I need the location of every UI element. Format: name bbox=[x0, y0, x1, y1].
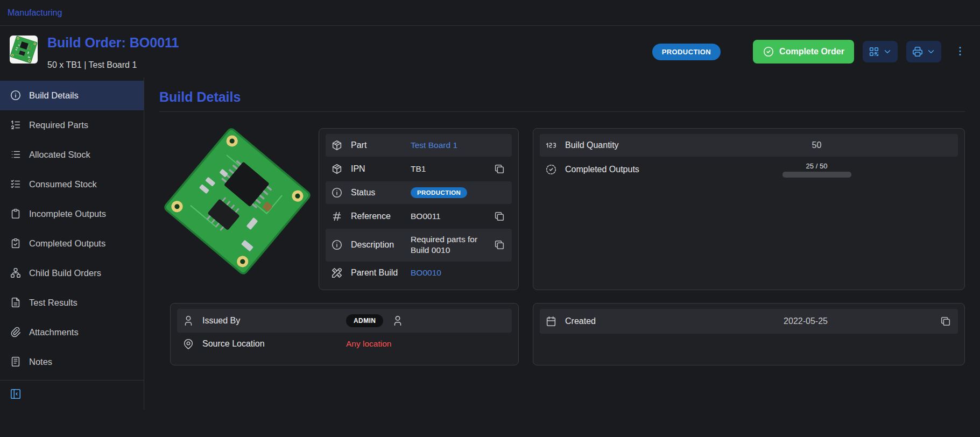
sidebar-item-incomplete-outputs[interactable]: Incomplete Outputs bbox=[0, 199, 144, 229]
row-label: Description bbox=[351, 240, 403, 250]
row-label: Created bbox=[565, 316, 673, 326]
row-label: Build Quantity bbox=[565, 140, 673, 150]
sitemap-icon bbox=[10, 267, 22, 279]
table-row-completed-outputs: Completed Outputs 25 / 50 bbox=[540, 157, 958, 183]
package-icon bbox=[331, 163, 343, 175]
issued-by-cell: ADMIN bbox=[346, 314, 506, 327]
sidebar-item-notes[interactable]: Notes bbox=[0, 347, 144, 377]
more-actions-button[interactable] bbox=[952, 43, 968, 61]
sidebar-collapse-icon bbox=[10, 388, 22, 400]
sidebar-item-attachments[interactable]: Attachments bbox=[0, 318, 144, 347]
chevron-down-icon bbox=[926, 47, 936, 57]
sidebar-item-label: Completed Outputs bbox=[29, 238, 105, 249]
copy-button[interactable] bbox=[492, 209, 506, 223]
row-label: Reference bbox=[351, 212, 403, 221]
info-circle-icon bbox=[331, 187, 343, 199]
sidebar: Build Details Required Parts Allocated S… bbox=[0, 77, 144, 410]
details-left-column: Part Test Board 1 IPN TB1 bbox=[170, 128, 519, 366]
description-value: Required parts for Build 0010 bbox=[411, 234, 484, 257]
copy-button[interactable] bbox=[939, 314, 953, 328]
sidebar-item-child-build-orders[interactable]: Child Build Orders bbox=[0, 258, 144, 288]
build-quantity-value: 50 bbox=[681, 140, 953, 150]
row-label: Status bbox=[351, 188, 403, 198]
part-thumbnail[interactable] bbox=[10, 36, 38, 64]
details-grid: Part Test Board 1 IPN TB1 bbox=[159, 128, 965, 366]
copy-button[interactable] bbox=[492, 238, 506, 252]
title-block: Build Order: BO0011 50 x TB1 | Test Boar… bbox=[47, 36, 179, 70]
details-top-row: Part Test Board 1 IPN TB1 bbox=[170, 128, 519, 291]
table-row-status: Status PRODUCTION bbox=[326, 181, 512, 204]
parent-build-link[interactable]: BO0010 bbox=[411, 268, 506, 278]
page-header: Build Order: BO0011 50 x TB1 | Test Boar… bbox=[0, 26, 980, 77]
part-link[interactable]: Test Board 1 bbox=[411, 140, 506, 150]
clipboard-check-icon bbox=[10, 237, 22, 249]
sidebar-item-test-results[interactable]: Test Results bbox=[0, 288, 144, 318]
calendar-icon bbox=[545, 315, 557, 327]
breadcrumb-link-manufacturing[interactable]: Manufacturing bbox=[8, 8, 62, 18]
copy-button[interactable] bbox=[492, 162, 506, 176]
chevron-down-icon bbox=[883, 47, 892, 57]
status-badge: PRODUCTION bbox=[411, 187, 467, 198]
circle-check-icon bbox=[763, 46, 774, 58]
user-icon bbox=[392, 315, 404, 327]
map-pin-icon bbox=[182, 338, 194, 350]
table-row-reference: Reference BO0011 bbox=[326, 204, 512, 229]
pcb-thumbnail-image bbox=[10, 36, 38, 64]
row-label: IPN bbox=[351, 164, 403, 174]
sidebar-item-required-parts[interactable]: Required Parts bbox=[0, 110, 144, 140]
page-subtitle: 50 x TB1 | Test Board 1 bbox=[47, 60, 179, 70]
paperclip-icon bbox=[10, 326, 22, 338]
details-right-column: Build Quantity 50 Completed Outputs 25 /… bbox=[533, 128, 965, 366]
sidebar-item-label: Allocated Stock bbox=[29, 150, 90, 160]
sidebar-item-completed-outputs[interactable]: Completed Outputs bbox=[0, 229, 144, 258]
print-actions-button[interactable] bbox=[906, 41, 941, 62]
row-label: Source Location bbox=[202, 339, 338, 349]
sidebar-collapse-button[interactable] bbox=[10, 388, 22, 401]
notes-icon bbox=[10, 356, 22, 368]
main-panel: Build Details Part Test Board 1 bbox=[144, 77, 980, 410]
table-row-ipn: IPN TB1 bbox=[326, 157, 512, 181]
quantity-card: Build Quantity 50 Completed Outputs 25 /… bbox=[533, 128, 965, 291]
panel-heading: Build Details bbox=[159, 89, 965, 105]
row-label: Completed Outputs bbox=[565, 165, 673, 174]
ipn-value: TB1 bbox=[411, 164, 484, 174]
hash-icon bbox=[331, 210, 343, 222]
row-label: Issued By bbox=[202, 316, 338, 326]
sidebar-footer bbox=[0, 380, 144, 410]
created-value: 2022-05-25 bbox=[681, 316, 930, 326]
list-check-icon bbox=[10, 178, 22, 190]
copy-icon bbox=[493, 239, 505, 251]
table-row-source-location: Source Location Any location bbox=[177, 333, 512, 355]
copy-icon bbox=[493, 210, 505, 222]
sidebar-item-consumed-stock[interactable]: Consumed Stock bbox=[0, 170, 144, 199]
build-details-card: Part Test Board 1 IPN TB1 bbox=[319, 128, 519, 291]
table-row-parent-build: Parent Build BO0010 bbox=[326, 262, 512, 284]
build-order-page: Manufacturing Build Order: BO0011 50 x T… bbox=[0, 0, 980, 410]
progress-check-icon bbox=[545, 164, 557, 175]
complete-order-button[interactable]: Complete Order bbox=[753, 40, 854, 64]
copy-icon bbox=[940, 315, 951, 327]
progress-label: 25 / 50 bbox=[806, 162, 828, 170]
sidebar-item-label: Child Build Orders bbox=[29, 268, 101, 278]
sidebar-item-build-details[interactable]: Build Details bbox=[0, 81, 144, 110]
copy-icon bbox=[493, 163, 505, 175]
status-cell: PRODUCTION bbox=[411, 187, 506, 198]
created-card: Created 2022-05-25 bbox=[533, 303, 965, 365]
numbers-123-icon bbox=[545, 139, 557, 151]
table-row-build-quantity: Build Quantity 50 bbox=[540, 134, 958, 157]
part-image-area bbox=[170, 128, 305, 291]
barcode-actions-button[interactable] bbox=[863, 41, 898, 62]
sidebar-item-label: Build Details bbox=[29, 90, 79, 101]
content: Build Details Required Parts Allocated S… bbox=[0, 77, 980, 410]
sidebar-item-label: Incomplete Outputs bbox=[29, 209, 106, 219]
sidebar-item-label: Consumed Stock bbox=[29, 179, 97, 189]
table-row-description: Description Required parts for Build 001… bbox=[326, 229, 512, 262]
printer-icon bbox=[912, 46, 923, 58]
complete-order-label: Complete Order bbox=[779, 47, 844, 57]
progress-track bbox=[782, 172, 851, 178]
header-left: Build Order: BO0011 50 x TB1 | Test Boar… bbox=[10, 36, 179, 70]
list-icon bbox=[10, 149, 22, 160]
completed-outputs-cell: 25 / 50 bbox=[681, 162, 953, 178]
sidebar-item-allocated-stock[interactable]: Allocated Stock bbox=[0, 140, 144, 170]
pcb-image[interactable] bbox=[157, 121, 318, 281]
